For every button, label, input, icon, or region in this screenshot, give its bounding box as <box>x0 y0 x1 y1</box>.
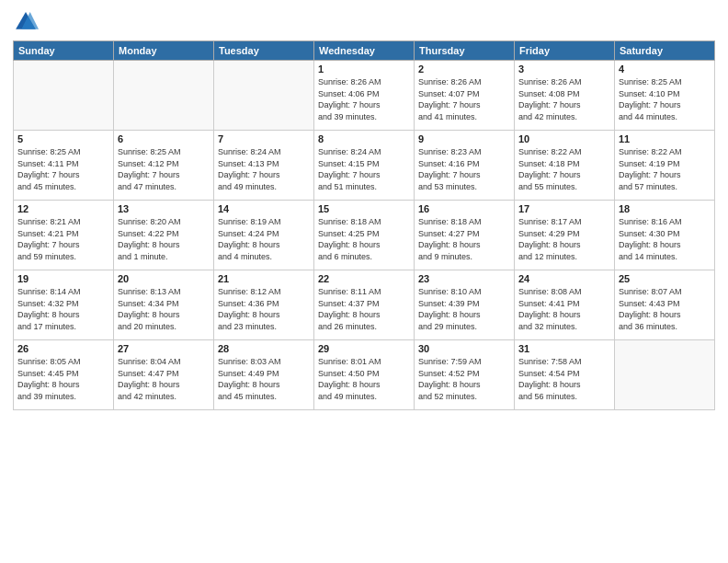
day-header: Monday <box>114 41 214 61</box>
day-number: 24 <box>518 273 610 284</box>
day-info: Sunrise: 8:16 AM Sunset: 4:30 PM Dayligh… <box>619 216 711 262</box>
day-number: 6 <box>118 133 210 144</box>
calendar-cell: 6Sunrise: 8:25 AM Sunset: 4:12 PM Daylig… <box>114 131 214 201</box>
calendar-cell: 17Sunrise: 8:17 AM Sunset: 4:29 PM Dayli… <box>515 201 615 270</box>
day-info: Sunrise: 8:10 AM Sunset: 4:39 PM Dayligh… <box>418 286 510 332</box>
day-number: 31 <box>518 343 610 354</box>
day-number: 2 <box>418 63 510 75</box>
day-info: Sunrise: 8:25 AM Sunset: 4:11 PM Dayligh… <box>17 146 109 192</box>
day-info: Sunrise: 8:08 AM Sunset: 4:41 PM Dayligh… <box>518 286 610 332</box>
day-number: 16 <box>418 203 510 214</box>
day-number: 18 <box>619 203 711 214</box>
day-header: Wednesday <box>314 41 415 61</box>
calendar-cell: 24Sunrise: 8:08 AM Sunset: 4:41 PM Dayli… <box>515 270 615 340</box>
calendar-cell: 2Sunrise: 8:26 AM Sunset: 4:07 PM Daylig… <box>415 61 515 131</box>
calendar-cell: 15Sunrise: 8:18 AM Sunset: 4:25 PM Dayli… <box>314 201 415 270</box>
calendar-cell: 1Sunrise: 8:26 AM Sunset: 4:06 PM Daylig… <box>314 61 415 131</box>
day-header: Sunday <box>14 41 114 61</box>
calendar-cell <box>14 61 114 131</box>
day-number: 28 <box>218 343 310 354</box>
calendar-cell: 10Sunrise: 8:22 AM Sunset: 4:18 PM Dayli… <box>515 131 615 201</box>
calendar-cell: 20Sunrise: 8:13 AM Sunset: 4:34 PM Dayli… <box>114 270 214 340</box>
calendar-cell: 29Sunrise: 8:01 AM Sunset: 4:50 PM Dayli… <box>314 340 415 410</box>
day-info: Sunrise: 8:18 AM Sunset: 4:25 PM Dayligh… <box>318 216 410 262</box>
calendar-cell: 27Sunrise: 8:04 AM Sunset: 4:47 PM Dayli… <box>114 340 214 410</box>
calendar-cell: 11Sunrise: 8:22 AM Sunset: 4:19 PM Dayli… <box>615 131 715 201</box>
header <box>13 9 715 35</box>
calendar-cell: 25Sunrise: 8:07 AM Sunset: 4:43 PM Dayli… <box>615 270 715 340</box>
day-info: Sunrise: 8:14 AM Sunset: 4:32 PM Dayligh… <box>17 286 109 332</box>
day-info: Sunrise: 8:22 AM Sunset: 4:19 PM Dayligh… <box>619 146 711 192</box>
day-info: Sunrise: 7:59 AM Sunset: 4:52 PM Dayligh… <box>418 356 510 402</box>
day-number: 11 <box>619 133 711 144</box>
day-info: Sunrise: 7:58 AM Sunset: 4:54 PM Dayligh… <box>518 356 610 402</box>
calendar-cell: 21Sunrise: 8:12 AM Sunset: 4:36 PM Dayli… <box>214 270 314 340</box>
day-info: Sunrise: 8:24 AM Sunset: 4:13 PM Dayligh… <box>218 146 310 192</box>
day-info: Sunrise: 8:24 AM Sunset: 4:15 PM Dayligh… <box>318 146 410 192</box>
day-header: Saturday <box>615 41 715 61</box>
day-header: Thursday <box>415 41 515 61</box>
day-number: 15 <box>318 203 410 214</box>
calendar-header-row: SundayMondayTuesdayWednesdayThursdayFrid… <box>14 41 715 61</box>
calendar-cell: 31Sunrise: 7:58 AM Sunset: 4:54 PM Dayli… <box>515 340 615 410</box>
day-header: Friday <box>515 41 615 61</box>
day-number: 17 <box>518 203 610 214</box>
day-info: Sunrise: 8:03 AM Sunset: 4:49 PM Dayligh… <box>218 356 310 402</box>
day-number: 5 <box>17 133 109 144</box>
calendar-cell: 26Sunrise: 8:05 AM Sunset: 4:45 PM Dayli… <box>14 340 114 410</box>
calendar-cell: 4Sunrise: 8:25 AM Sunset: 4:10 PM Daylig… <box>615 61 715 131</box>
logo-icon <box>13 9 39 35</box>
day-header: Tuesday <box>214 41 314 61</box>
calendar-cell: 28Sunrise: 8:03 AM Sunset: 4:49 PM Dayli… <box>214 340 314 410</box>
day-number: 13 <box>118 203 210 214</box>
day-info: Sunrise: 8:12 AM Sunset: 4:36 PM Dayligh… <box>218 286 310 332</box>
day-number: 20 <box>118 273 210 284</box>
day-number: 19 <box>17 273 109 284</box>
day-info: Sunrise: 8:18 AM Sunset: 4:27 PM Dayligh… <box>418 216 510 262</box>
day-info: Sunrise: 8:26 AM Sunset: 4:06 PM Dayligh… <box>318 76 410 122</box>
day-info: Sunrise: 8:01 AM Sunset: 4:50 PM Dayligh… <box>318 356 410 402</box>
calendar-cell: 22Sunrise: 8:11 AM Sunset: 4:37 PM Dayli… <box>314 270 415 340</box>
day-number: 7 <box>218 133 310 144</box>
calendar-cell: 5Sunrise: 8:25 AM Sunset: 4:11 PM Daylig… <box>14 131 114 201</box>
day-number: 10 <box>518 133 610 144</box>
calendar-week-row: 1Sunrise: 8:26 AM Sunset: 4:06 PM Daylig… <box>14 61 715 131</box>
day-number: 12 <box>17 203 109 214</box>
day-info: Sunrise: 8:26 AM Sunset: 4:07 PM Dayligh… <box>418 76 510 122</box>
calendar-cell <box>615 340 715 410</box>
logo <box>13 9 42 35</box>
calendar-cell: 8Sunrise: 8:24 AM Sunset: 4:15 PM Daylig… <box>314 131 415 201</box>
calendar-cell: 13Sunrise: 8:20 AM Sunset: 4:22 PM Dayli… <box>114 201 214 270</box>
calendar-week-row: 12Sunrise: 8:21 AM Sunset: 4:21 PM Dayli… <box>14 201 715 270</box>
day-info: Sunrise: 8:13 AM Sunset: 4:34 PM Dayligh… <box>118 286 210 332</box>
day-number: 23 <box>418 273 510 284</box>
day-number: 30 <box>418 343 510 354</box>
day-info: Sunrise: 8:25 AM Sunset: 4:10 PM Dayligh… <box>619 76 711 122</box>
calendar-cell: 14Sunrise: 8:19 AM Sunset: 4:24 PM Dayli… <box>214 201 314 270</box>
page: SundayMondayTuesdayWednesdayThursdayFrid… <box>0 0 728 563</box>
calendar-cell: 19Sunrise: 8:14 AM Sunset: 4:32 PM Dayli… <box>14 270 114 340</box>
day-info: Sunrise: 8:17 AM Sunset: 4:29 PM Dayligh… <box>518 216 610 262</box>
calendar-week-row: 19Sunrise: 8:14 AM Sunset: 4:32 PM Dayli… <box>14 270 715 340</box>
day-number: 21 <box>218 273 310 284</box>
day-info: Sunrise: 8:07 AM Sunset: 4:43 PM Dayligh… <box>619 286 711 332</box>
day-info: Sunrise: 8:22 AM Sunset: 4:18 PM Dayligh… <box>518 146 610 192</box>
day-number: 25 <box>619 273 711 284</box>
calendar-cell: 30Sunrise: 7:59 AM Sunset: 4:52 PM Dayli… <box>415 340 515 410</box>
day-number: 14 <box>218 203 310 214</box>
calendar-cell: 23Sunrise: 8:10 AM Sunset: 4:39 PM Dayli… <box>415 270 515 340</box>
day-info: Sunrise: 8:23 AM Sunset: 4:16 PM Dayligh… <box>418 146 510 192</box>
day-number: 27 <box>118 343 210 354</box>
day-number: 4 <box>619 63 711 75</box>
day-info: Sunrise: 8:05 AM Sunset: 4:45 PM Dayligh… <box>17 356 109 402</box>
day-number: 3 <box>518 63 610 75</box>
calendar-cell: 3Sunrise: 8:26 AM Sunset: 4:08 PM Daylig… <box>515 61 615 131</box>
day-number: 9 <box>418 133 510 144</box>
calendar-cell: 18Sunrise: 8:16 AM Sunset: 4:30 PM Dayli… <box>615 201 715 270</box>
calendar-cell <box>214 61 314 131</box>
day-number: 1 <box>318 63 410 75</box>
calendar-cell: 16Sunrise: 8:18 AM Sunset: 4:27 PM Dayli… <box>415 201 515 270</box>
day-info: Sunrise: 8:04 AM Sunset: 4:47 PM Dayligh… <box>118 356 210 402</box>
day-info: Sunrise: 8:26 AM Sunset: 4:08 PM Dayligh… <box>518 76 610 122</box>
day-info: Sunrise: 8:25 AM Sunset: 4:12 PM Dayligh… <box>118 146 210 192</box>
